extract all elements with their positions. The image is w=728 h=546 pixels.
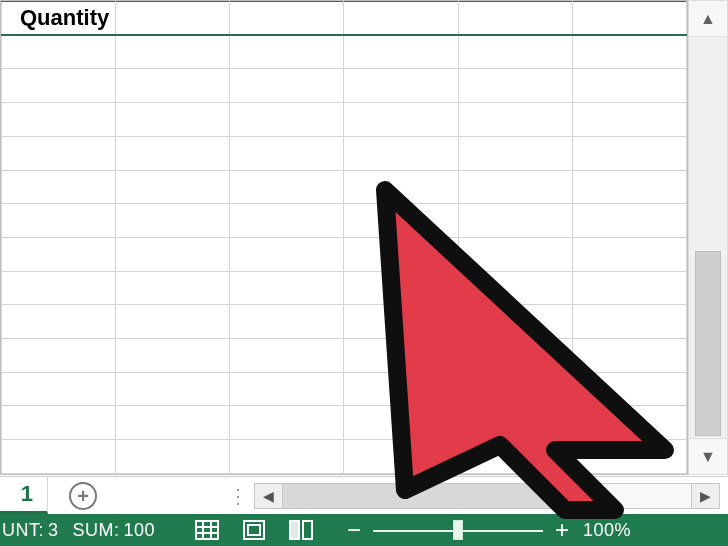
column-header-blank[interactable]: [344, 2, 458, 36]
cell[interactable]: [572, 35, 686, 69]
cell[interactable]: [116, 372, 230, 406]
cell[interactable]: [344, 406, 458, 440]
zoom-out-button[interactable]: −: [345, 518, 363, 542]
cell[interactable]: [572, 271, 686, 305]
cell[interactable]: [116, 170, 230, 204]
cell[interactable]: [344, 372, 458, 406]
cell[interactable]: [572, 204, 686, 238]
cell[interactable]: [116, 271, 230, 305]
cell[interactable]: [572, 237, 686, 271]
cell[interactable]: [116, 305, 230, 339]
cell[interactable]: [2, 440, 116, 474]
cell[interactable]: [572, 339, 686, 373]
page-break-view-icon[interactable]: [289, 520, 313, 540]
cell[interactable]: [2, 237, 116, 271]
horizontal-scrollbar[interactable]: ◀ ▶: [254, 483, 720, 509]
scroll-down-button[interactable]: ▼: [689, 438, 727, 474]
cell[interactable]: [572, 406, 686, 440]
cell[interactable]: [116, 136, 230, 170]
cell[interactable]: [230, 170, 344, 204]
horizontal-scroll-track[interactable]: [283, 484, 691, 508]
cell[interactable]: [458, 271, 572, 305]
cell[interactable]: [2, 305, 116, 339]
normal-view-icon[interactable]: [195, 520, 219, 540]
vertical-scrollbar[interactable]: ▲ ▼: [688, 0, 728, 475]
cell[interactable]: [230, 103, 344, 137]
cell[interactable]: [458, 35, 572, 69]
cell[interactable]: [230, 339, 344, 373]
cell[interactable]: [2, 406, 116, 440]
cell[interactable]: [2, 372, 116, 406]
cell[interactable]: [458, 136, 572, 170]
zoom-slider-thumb[interactable]: [453, 520, 463, 540]
column-header-blank[interactable]: [458, 2, 572, 36]
cell[interactable]: [458, 440, 572, 474]
cell[interactable]: [344, 440, 458, 474]
cell[interactable]: [2, 136, 116, 170]
cell[interactable]: [344, 271, 458, 305]
cell[interactable]: [230, 69, 344, 103]
zoom-slider[interactable]: [373, 520, 543, 540]
cell[interactable]: [458, 372, 572, 406]
column-header-blank[interactable]: [116, 2, 230, 36]
cell[interactable]: [2, 35, 116, 69]
cell[interactable]: [458, 69, 572, 103]
cell[interactable]: [458, 305, 572, 339]
zoom-in-button[interactable]: +: [553, 518, 571, 542]
cell[interactable]: [344, 136, 458, 170]
spreadsheet-grid[interactable]: Quantity: [0, 0, 688, 475]
cell[interactable]: [230, 440, 344, 474]
cell[interactable]: [230, 406, 344, 440]
column-header-blank[interactable]: [572, 2, 686, 36]
cell[interactable]: [344, 305, 458, 339]
cell[interactable]: [458, 204, 572, 238]
zoom-percent-label[interactable]: 100%: [577, 520, 639, 541]
cell[interactable]: [2, 204, 116, 238]
cell[interactable]: [344, 339, 458, 373]
cell[interactable]: [230, 271, 344, 305]
cell[interactable]: [572, 440, 686, 474]
cell[interactable]: [230, 372, 344, 406]
cell[interactable]: [458, 237, 572, 271]
scroll-up-button[interactable]: ▲: [689, 1, 727, 37]
cell[interactable]: [116, 237, 230, 271]
cell[interactable]: [344, 69, 458, 103]
cell[interactable]: [344, 35, 458, 69]
cell[interactable]: [572, 372, 686, 406]
cell[interactable]: [344, 170, 458, 204]
cell[interactable]: [2, 271, 116, 305]
cell[interactable]: [572, 103, 686, 137]
cell[interactable]: [116, 440, 230, 474]
tab-split-grip-icon[interactable]: ⋮: [228, 484, 250, 508]
cell[interactable]: [116, 339, 230, 373]
cell[interactable]: [572, 170, 686, 204]
cell[interactable]: [458, 103, 572, 137]
cell[interactable]: [230, 35, 344, 69]
cell[interactable]: [230, 204, 344, 238]
add-sheet-button[interactable]: +: [48, 477, 118, 514]
page-layout-view-icon[interactable]: [243, 520, 265, 540]
cell[interactable]: [2, 170, 116, 204]
cell[interactable]: [116, 204, 230, 238]
scroll-right-button[interactable]: ▶: [691, 484, 719, 508]
cell[interactable]: [2, 103, 116, 137]
horizontal-scroll-thumb[interactable]: [283, 484, 560, 508]
sheet-tab-active[interactable]: 1: [0, 477, 48, 514]
cell[interactable]: [230, 136, 344, 170]
cell[interactable]: [344, 237, 458, 271]
scroll-left-button[interactable]: ◀: [255, 484, 283, 508]
cell[interactable]: [2, 69, 116, 103]
cell[interactable]: [116, 406, 230, 440]
vertical-scroll-thumb[interactable]: [695, 251, 721, 436]
cell[interactable]: [230, 237, 344, 271]
cell[interactable]: [2, 339, 116, 373]
column-header-blank[interactable]: [230, 2, 344, 36]
cell[interactable]: [230, 305, 344, 339]
cell[interactable]: [116, 69, 230, 103]
column-header-quantity[interactable]: Quantity: [2, 2, 116, 36]
cell[interactable]: [572, 69, 686, 103]
cell[interactable]: [458, 339, 572, 373]
cell[interactable]: [344, 103, 458, 137]
cell[interactable]: [572, 305, 686, 339]
cell[interactable]: [572, 136, 686, 170]
